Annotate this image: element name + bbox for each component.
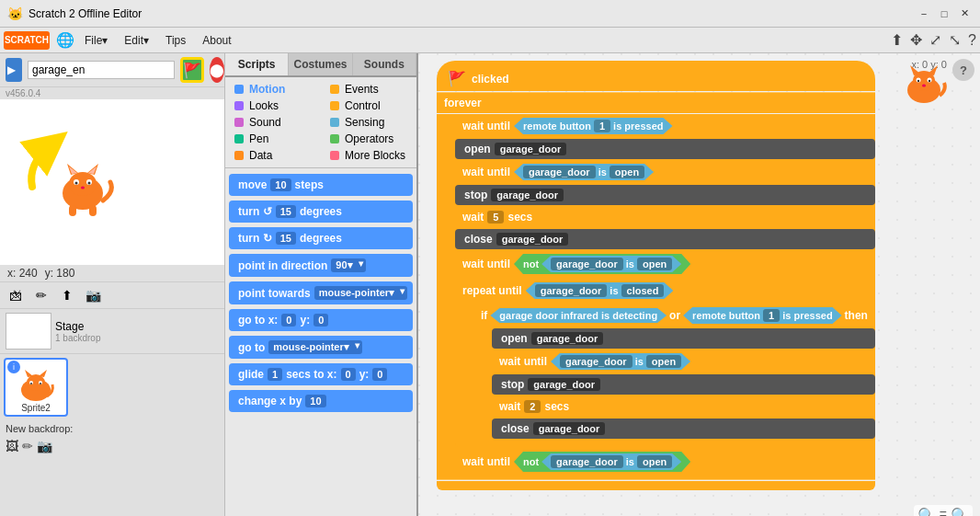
direction-dropdown[interactable]: 90▾ — [331, 258, 365, 272]
category-sensing[interactable]: Sensing — [321, 114, 416, 131]
category-looks[interactable]: Looks — [225, 97, 321, 114]
repeat-until-block[interactable]: repeat until garage_door is closed — [455, 279, 875, 303]
goto-xy-block[interactable]: go to x: 0 y: 0 — [229, 309, 413, 331]
pencil-tool[interactable]: ✏ — [31, 285, 51, 305]
tabs-bar: Scripts Costumes Sounds — [225, 53, 416, 77]
close-block-2[interactable]: close garage_door — [492, 419, 875, 439]
sprite-info-button[interactable]: i — [7, 361, 20, 373]
move-icon[interactable]: ✥ — [910, 31, 922, 49]
forever-block[interactable]: forever — [437, 92, 875, 113]
sprite-item[interactable]: i Sprite2 — [4, 358, 68, 417]
point-towards-block[interactable]: point towards mouse-pointer▾ — [229, 281, 413, 304]
stage-canvas — [0, 99, 224, 265]
turn-cw-block[interactable]: turn ↻ 15 degrees — [229, 227, 413, 249]
gd-open-inner-1: garage_door is open — [541, 256, 681, 272]
help-button[interactable]: ? — [952, 59, 974, 81]
wait-until-4[interactable]: wait until garage_door is open — [492, 350, 875, 373]
camera-tool[interactable]: 📷 — [83, 285, 103, 305]
goto-y-input[interactable]: 0 — [313, 314, 328, 327]
glide-secs[interactable]: 1 — [268, 368, 282, 381]
sounds-tab[interactable]: Sounds — [353, 53, 416, 75]
close-block-1[interactable]: close garage_door — [455, 229, 875, 249]
category-sound[interactable]: Sound — [225, 114, 321, 131]
change-x-input[interactable]: 10 — [305, 395, 325, 407]
zoom-reset-button[interactable]: = — [940, 507, 947, 516]
category-data[interactable]: Data — [225, 147, 321, 164]
gd-open-inner-2: garage_door is open — [541, 453, 681, 470]
when-clicked-block[interactable]: 🚩 clicked — [437, 61, 875, 91]
repeat-end-cap — [455, 440, 875, 447]
turn-cw-input[interactable]: 15 — [276, 232, 296, 245]
change-x-block[interactable]: change x by 10 — [229, 390, 413, 412]
window-controls: − □ ✕ — [916, 6, 973, 22]
forever-body: wait until remote button 1 is pressed op… — [437, 114, 875, 480]
glide-block[interactable]: glide 1 secs to x: 0 y: 0 — [229, 363, 413, 385]
turn-ccw-input[interactable]: 15 — [276, 205, 296, 218]
language-button[interactable]: 🌐 — [55, 30, 75, 51]
zoom-out-button[interactable]: 🔍 — [917, 507, 936, 516]
file-menu[interactable]: File▾ — [77, 32, 115, 49]
wait-until-2[interactable]: wait until garage_door is open — [455, 160, 875, 184]
glide-y[interactable]: 0 — [372, 368, 387, 381]
wait-until-5[interactable]: wait until not garage_door is open — [455, 448, 875, 476]
app-icon: 🐱 — [7, 6, 23, 21]
maximize-button[interactable]: □ — [936, 6, 952, 22]
stop-block-1[interactable]: stop garage_door — [455, 185, 875, 205]
main-area: ▶ 🚩 ⬤ v456.0.4 — [0, 53, 980, 516]
move-input[interactable]: 10 — [270, 178, 291, 191]
wait-until-3[interactable]: wait until not garage_door is open — [455, 250, 875, 278]
new-backdrop-image-icon[interactable]: 🖼 — [6, 439, 18, 453]
stage-item[interactable]: Stage 1 backdrop — [0, 309, 224, 354]
open-block-2[interactable]: open garage_door — [492, 328, 875, 349]
goto-x-input[interactable]: 0 — [281, 314, 296, 327]
about-menu[interactable]: About — [195, 32, 238, 49]
minimize-button[interactable]: − — [916, 6, 932, 22]
move-block[interactable]: move 10 steps — [229, 174, 413, 196]
open-block-1[interactable]: open garage_door — [455, 139, 875, 159]
remote-button-bool: remote button 1 is pressed — [514, 118, 673, 134]
repeat-body: if garage door infrared is detecting or … — [470, 304, 875, 439]
close-button[interactable]: ✕ — [956, 6, 973, 22]
shrink-icon[interactable]: ⤡ — [949, 31, 961, 49]
scripts-tab[interactable]: Scripts — [225, 53, 289, 75]
goto-dropdown[interactable]: mouse-pointer▾ — [268, 340, 361, 354]
point-direction-block[interactable]: point in direction 90▾ — [229, 254, 413, 277]
sprite-toolbar: 🖄 ✏ ⬆ 📷 — [0, 282, 224, 309]
category-control[interactable]: Control — [321, 97, 416, 114]
export-tool[interactable]: ⬆ — [57, 285, 77, 305]
if-block[interactable]: if garage door infrared is detecting or … — [473, 304, 875, 327]
stage-label: Stage — [55, 320, 100, 333]
green-flag-button[interactable]: 🚩 — [180, 57, 204, 83]
category-motion[interactable]: Motion — [225, 81, 321, 97]
sprite-name-input[interactable] — [28, 61, 175, 79]
svg-rect-13 — [69, 205, 76, 216]
wait-5-secs[interactable]: wait 5 secs — [455, 206, 875, 228]
glide-x[interactable]: 0 — [341, 368, 356, 381]
not-gd-open-bool-2: not garage_door is open — [514, 452, 690, 472]
category-more[interactable]: More Blocks — [321, 147, 416, 164]
category-events[interactable]: Events — [321, 81, 416, 97]
stamp-tool[interactable]: 🖄 — [6, 285, 26, 305]
new-backdrop-paint-icon[interactable]: ✏ — [22, 439, 33, 453]
help-icon[interactable]: ? — [968, 32, 976, 49]
turn-ccw-block[interactable]: turn ↺ 15 degrees — [229, 201, 413, 223]
stop-block-2[interactable]: stop garage_door — [492, 374, 875, 395]
new-backdrop-camera-icon[interactable]: 📷 — [37, 439, 52, 453]
goto-block[interactable]: go to mouse-pointer▾ — [229, 336, 413, 359]
edit-menu[interactable]: Edit▾ — [117, 32, 156, 49]
fullscreen-icon[interactable]: ⤢ — [929, 31, 941, 49]
wait-2-secs[interactable]: wait 2 secs — [492, 396, 875, 418]
towards-dropdown[interactable]: mouse-pointer▾ — [314, 286, 407, 300]
category-pen[interactable]: Pen — [225, 131, 321, 147]
upload-icon[interactable]: ⬆ — [891, 31, 903, 49]
stop-button[interactable]: ⬤ — [210, 57, 224, 83]
svg-point-29 — [917, 80, 919, 82]
zoom-in-button[interactable]: 🔍 — [951, 507, 969, 516]
tips-menu[interactable]: Tips — [158, 32, 193, 49]
wait-until-1[interactable]: wait until remote button 1 is pressed — [455, 114, 875, 138]
category-operators[interactable]: Operators — [321, 131, 416, 147]
svg-point-30 — [929, 80, 930, 82]
arrow-graphic — [18, 127, 92, 203]
costumes-tab[interactable]: Costumes — [289, 53, 352, 75]
script-area[interactable]: x: 0 y: 0 ? 🚩 clicked forever — [418, 53, 980, 516]
